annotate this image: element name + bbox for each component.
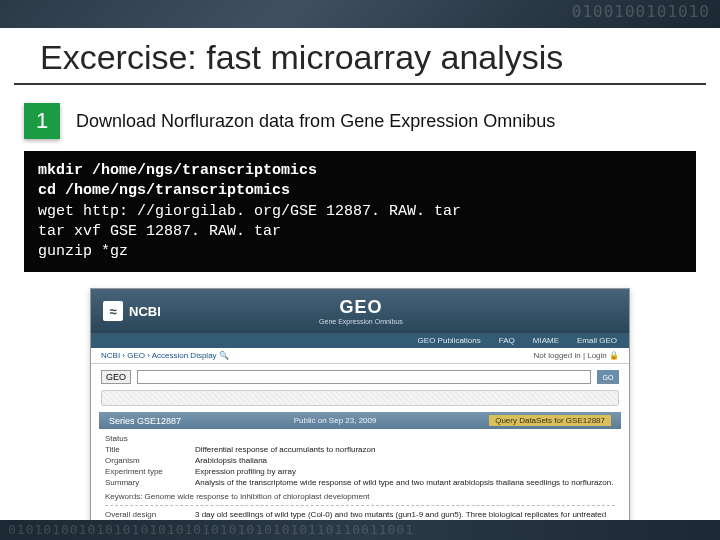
nav-publications[interactable]: GEO Publications xyxy=(418,336,481,345)
row-label-status: Status xyxy=(105,434,195,443)
row-value-organism[interactable]: Arabidopsis thaliana xyxy=(195,456,615,465)
nav-email[interactable]: Email GEO xyxy=(577,336,617,345)
terminal-line: mkdir /home/ngs/transcriptomics xyxy=(38,161,682,181)
nav-faq[interactable]: FAQ xyxy=(499,336,515,345)
table-row: Status xyxy=(105,433,615,444)
step-instruction: Download Norflurazon data from Gene Expr… xyxy=(76,111,555,132)
login-status[interactable]: Not logged in | Login 🔒 xyxy=(534,351,619,360)
terminal-block: mkdir /home/ngs/transcriptomics cd /home… xyxy=(24,151,696,272)
keywords-line: Keywords: Genome wide response to inhibi… xyxy=(105,488,615,501)
terminal-line: wget http: //giorgilab. org/GSE 12887. R… xyxy=(38,202,682,222)
row-value-exptype: Expression profiling by array xyxy=(195,467,615,476)
bottom-decorative-stripe xyxy=(0,520,720,540)
slide-title-block: Excercise: fast microarray analysis xyxy=(14,28,706,85)
search-input[interactable] xyxy=(137,370,591,384)
table-row: Title Differential response of accumulan… xyxy=(105,444,615,455)
geo-logo-subtitle: Gene Expression Omnibus xyxy=(173,318,549,325)
breadcrumb: NCBI › GEO › Accession Display 🔍 xyxy=(101,351,229,360)
series-detail-table: Status Title Differential response of ac… xyxy=(91,429,629,531)
scope-toolbar xyxy=(101,390,619,406)
series-header-bar: Series GSE12887 Public on Sep 23, 2009 Q… xyxy=(99,412,621,429)
nav-miame[interactable]: MIAME xyxy=(533,336,559,345)
geo-header: ≈ NCBI GEO Gene Expression Omnibus xyxy=(91,289,629,333)
series-id-label: Series GSE12887 xyxy=(109,416,181,426)
search-bar: GEO GO xyxy=(91,364,629,390)
step-row: 1 Download Norflurazon data from Gene Ex… xyxy=(0,103,720,151)
geo-logo-block: GEO Gene Expression Omnibus xyxy=(173,297,549,325)
step-number-badge: 1 xyxy=(24,103,60,139)
table-row: Organism Arabidopsis thaliana xyxy=(105,455,615,466)
table-row: Experiment type Expression profiling by … xyxy=(105,466,615,477)
search-go-button[interactable]: GO xyxy=(597,370,619,384)
geo-logo: GEO xyxy=(173,297,549,318)
series-public-date: Public on Sep 23, 2009 xyxy=(294,416,377,425)
geo-nav: GEO Publications FAQ MIAME Email GEO xyxy=(91,333,629,348)
terminal-line: cd /home/ngs/transcriptomics xyxy=(38,181,682,201)
terminal-line: gunzip *gz xyxy=(38,242,682,262)
row-label-summary: Summary xyxy=(105,478,195,487)
row-label-exptype: Experiment type xyxy=(105,467,195,476)
search-scope-select[interactable]: GEO xyxy=(101,370,131,384)
ncbi-label: NCBI xyxy=(129,304,161,319)
row-value-title: Differential response of accumulants to … xyxy=(195,445,615,454)
terminal-line: tar xvf GSE 12887. RAW. tar xyxy=(38,222,682,242)
row-label-title: Title xyxy=(105,445,195,454)
ncbi-logo-block: ≈ NCBI xyxy=(91,301,173,321)
breadcrumb-bar: NCBI › GEO › Accession Display 🔍 Not log… xyxy=(91,348,629,364)
query-datasets-button[interactable]: Query DataSets for GSE12887 xyxy=(489,415,611,426)
top-decorative-stripe xyxy=(0,0,720,28)
geo-screenshot: ≈ NCBI GEO Gene Expression Omnibus GEO P… xyxy=(90,288,630,532)
row-label-organism: Organism xyxy=(105,456,195,465)
row-value-status xyxy=(195,434,615,443)
table-row: Summary Analysis of the transcriptome wi… xyxy=(105,477,615,488)
ncbi-icon: ≈ xyxy=(103,301,123,321)
slide-title: Excercise: fast microarray analysis xyxy=(40,38,680,77)
row-value-summary: Analysis of the transcriptome wide respo… xyxy=(195,478,615,487)
